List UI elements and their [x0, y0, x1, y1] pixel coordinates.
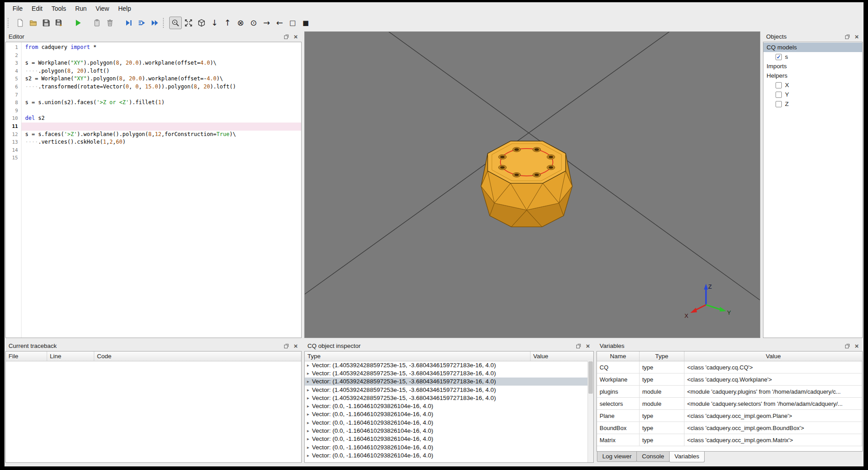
iso-view-button[interactable]	[195, 17, 208, 29]
expand-arrow-icon[interactable]: ▸	[307, 404, 309, 409]
column-header-code[interactable]: Code	[94, 351, 301, 361]
inspector-row[interactable]: ▸Vector: (0.0, -1.1604610293826104e-16, …	[305, 426, 587, 435]
shaded-button[interactable]: ■	[299, 17, 312, 29]
run-button[interactable]	[72, 17, 84, 29]
expand-arrow-icon[interactable]: ▸	[307, 445, 309, 450]
toolbar-drag-handle[interactable]	[8, 18, 11, 28]
column-header-value[interactable]: Value	[684, 351, 862, 361]
expand-arrow-icon[interactable]: ▸	[307, 420, 309, 425]
menu-view[interactable]: View	[91, 4, 114, 13]
tab-log-viewer[interactable]: Log viewer	[597, 452, 637, 462]
expand-arrow-icon[interactable]: ▸	[307, 453, 309, 458]
close-panel-icon[interactable]: ×	[584, 343, 592, 349]
checkbox-unchecked[interactable]	[776, 82, 782, 88]
expand-arrow-icon[interactable]: ▸	[307, 387, 309, 392]
circle-dot-view-button[interactable]: ⊙	[247, 17, 260, 29]
code-line[interactable]	[22, 154, 301, 162]
inspector-row[interactable]: ▸Vector: (0.0, -1.1604610293826104e-16, …	[305, 435, 587, 443]
inspector-row[interactable]: ▸Vector: (0.0, -1.1604610293826104e-16, …	[305, 443, 587, 451]
close-panel-icon[interactable]: ×	[853, 343, 860, 349]
code-line[interactable]: s = s.union(s2).faces('>Z or <Z').fillet…	[22, 99, 301, 107]
variables-row[interactable]: pluginsmodule<module 'cadquery.plugins' …	[597, 386, 862, 398]
tree-item-imports[interactable]: Imports	[763, 61, 862, 71]
column-header-name[interactable]: Name	[597, 351, 640, 361]
column-header-file[interactable]: File	[6, 351, 47, 361]
code-line[interactable]	[22, 146, 301, 154]
arrow-up-view-button[interactable]: ↑	[221, 17, 234, 29]
code-editor[interactable]: 123456789101112131415 from cadquery impo…	[5, 42, 302, 338]
code-line[interactable]	[22, 52, 301, 60]
expand-arrow-icon[interactable]: ▸	[307, 412, 309, 417]
checkbox-unchecked[interactable]	[776, 92, 782, 98]
wireframe-button[interactable]: □	[286, 17, 299, 29]
inspector-row[interactable]: ▸Vector: (1.4053924288597253e-15, -3.680…	[305, 386, 587, 394]
inspector-row[interactable]: ▸Vector: (0.0, -1.1604610293826104e-16, …	[305, 402, 587, 410]
tree-item-cq-models[interactable]: CQ models	[763, 43, 862, 52]
menu-tools[interactable]: Tools	[47, 4, 71, 13]
inspector-row[interactable]: ▸Vector: (1.4053924288597253e-15, -3.680…	[305, 378, 587, 386]
code-line[interactable]: s = Workplane("XY").polygon(8, 20.0).wor…	[22, 59, 301, 67]
close-panel-icon[interactable]: ×	[853, 33, 860, 40]
tab-console[interactable]: Console	[636, 452, 670, 462]
scrollbar-track[interactable]	[587, 361, 593, 462]
variables-row[interactable]: BoundBoxtype<class 'cadquery.occ_impl.ge…	[597, 422, 862, 434]
tree-item-x[interactable]: X	[763, 80, 862, 90]
save-as-button[interactable]	[53, 17, 66, 29]
float-panel-icon[interactable]	[844, 343, 851, 349]
variables-row[interactable]: Planetype<class 'cadquery.occ_impl.geom.…	[597, 410, 862, 422]
variables-row[interactable]: CQtype<class 'cadquery.cq.CQ'>	[597, 361, 862, 373]
inspector-row[interactable]: ▸Vector: (0.0, -1.1604610293826104e-16, …	[305, 418, 587, 426]
viewport-3d[interactable]: Z X Y	[304, 31, 760, 338]
code-line[interactable]: from cadquery import *	[22, 44, 301, 52]
toolbar-drag-handle[interactable]	[163, 18, 166, 28]
checkbox-checked[interactable]: ✓	[776, 54, 782, 60]
menu-help[interactable]: Help	[114, 4, 136, 13]
code-line[interactable]: ····.transformed(rotate=Vector(0, 0, 15.…	[22, 83, 301, 91]
variables-row[interactable]: selectorsmodule<module 'cadquery.selecto…	[597, 398, 862, 410]
expand-arrow-icon[interactable]: ▸	[307, 395, 309, 400]
expand-arrow-icon[interactable]: ▸	[307, 371, 309, 376]
menu-edit[interactable]: Edit	[27, 4, 47, 13]
expand-arrow-icon[interactable]: ▸	[307, 436, 309, 441]
float-panel-icon[interactable]	[283, 343, 290, 349]
clipboard-button[interactable]	[91, 17, 103, 29]
code-line[interactable]: del s2	[22, 114, 301, 123]
close-panel-icon[interactable]: ×	[292, 33, 299, 40]
code-line[interactable]	[22, 91, 301, 99]
menu-run[interactable]: Run	[70, 4, 91, 13]
inspector-row[interactable]: ▸Vector: (1.4053924288597253e-15, -3.680…	[305, 369, 587, 377]
new-file-button[interactable]	[14, 17, 26, 29]
code-line[interactable]: s2 = Workplane("XY").polygon(8, 20.0).wo…	[22, 75, 301, 83]
tree-item-y[interactable]: Y	[763, 90, 862, 99]
inspector-row[interactable]: ▸Vector: (0.0, -1.1604610293826104e-16, …	[305, 451, 587, 459]
column-header-value[interactable]: Value	[530, 351, 593, 361]
float-panel-icon[interactable]	[844, 33, 851, 40]
debug-step-over-button[interactable]	[136, 17, 148, 29]
code-line[interactable]: ····.polygon(8, 20).loft()	[22, 67, 301, 75]
arrow-down-view-button[interactable]: ↓	[208, 17, 221, 29]
column-header-line[interactable]: Line	[47, 351, 94, 361]
tree-item-z[interactable]: Z	[763, 99, 862, 109]
open-folder-button[interactable]	[27, 17, 39, 29]
inspector-row[interactable]: ▸Vector: (0.0, -1.1604610293826104e-16, …	[305, 410, 587, 418]
menu-file[interactable]: File	[8, 4, 27, 13]
cad-model[interactable]	[465, 123, 591, 237]
delete-button[interactable]	[104, 17, 116, 29]
checkbox-unchecked[interactable]	[776, 101, 782, 107]
float-panel-icon[interactable]	[283, 33, 290, 40]
code-line[interactable]	[22, 107, 301, 115]
variables-row[interactable]: Matrixtype<class 'cadquery.occ_impl.geom…	[597, 434, 862, 446]
expand-arrow-icon[interactable]: ▸	[307, 428, 309, 433]
expand-arrow-icon[interactable]: ▸	[307, 363, 309, 368]
column-header-type[interactable]: Type	[305, 351, 530, 361]
tab-variables[interactable]: Variables	[669, 452, 705, 462]
fit-view-button[interactable]	[182, 17, 195, 29]
column-header-type[interactable]: Type	[640, 351, 684, 361]
arrow-left-view-button[interactable]: ←	[273, 17, 286, 29]
zoom-button[interactable]	[169, 17, 182, 29]
save-button[interactable]	[40, 17, 53, 29]
variables-row[interactable]: Workplanetype<class 'cadquery.cq.Workpla…	[597, 373, 862, 386]
scrollbar-handle[interactable]	[588, 361, 593, 394]
code-line[interactable]: ····.vertices().cskHole(1,2,60)	[22, 138, 301, 146]
code-line[interactable]: s = s.faces('>Z').workplane().polygon(8,…	[22, 131, 301, 139]
